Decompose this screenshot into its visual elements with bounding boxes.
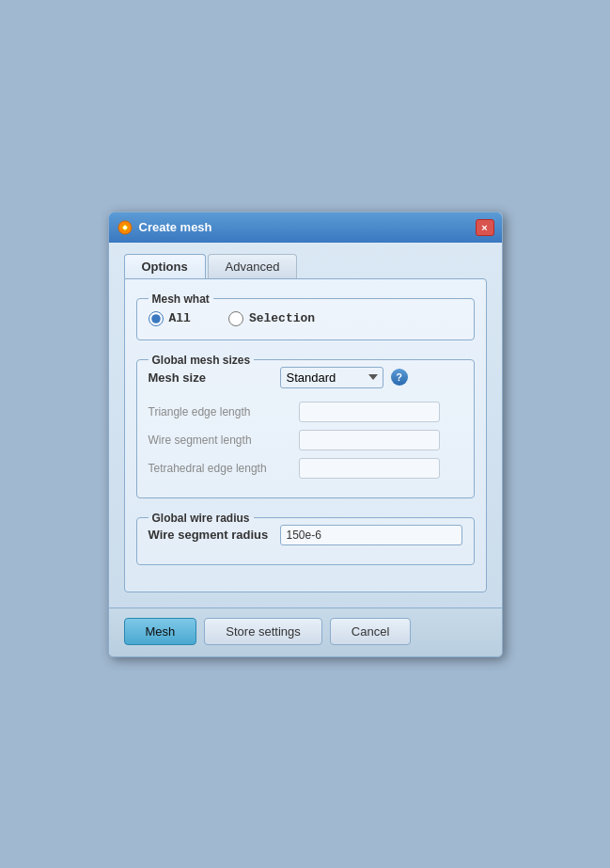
dialog-body: Options Advanced Mesh what All Selection (109, 243, 502, 608)
mesh-what-radio-row: All Selection (149, 306, 462, 328)
title-bar-left: Create mesh (117, 219, 212, 236)
global-wire-radius-fieldset: Global wire radius Wire segment radius (136, 512, 475, 565)
tab-content-options: Mesh what All Selection Global mesh size… (124, 278, 487, 592)
mesh-what-legend: Mesh what (149, 292, 213, 306)
mesh-size-label: Mesh size (149, 371, 280, 385)
store-settings-button[interactable]: Store settings (204, 618, 322, 645)
wire-segment-length-input[interactable] (299, 430, 440, 450)
wire-segment-radius-input[interactable] (280, 525, 462, 545)
mesh-button[interactable]: Mesh (124, 618, 197, 645)
mesh-size-select[interactable]: Standard Fine Coarse Custom (280, 367, 383, 388)
triangle-edge-length-row: Triangle edge length (149, 402, 462, 422)
triangle-edge-length-input[interactable] (299, 402, 440, 422)
mesh-size-row: Mesh size Standard Fine Coarse Custom ? (149, 367, 462, 388)
radio-selection[interactable]: Selection (228, 311, 315, 326)
radio-all-label: All (169, 311, 191, 325)
wire-segment-radius-row: Wire segment radius (149, 525, 462, 545)
button-row: Mesh Store settings Cancel (109, 608, 502, 656)
global-mesh-sizes-fieldset: Global mesh sizes Mesh size Standard Fin… (136, 354, 475, 498)
create-mesh-dialog: Create mesh × Options Advanced Mesh what… (108, 212, 503, 657)
tetrahedral-edge-length-label: Tetrahedral edge length (149, 462, 299, 475)
global-mesh-sizes-legend: Global mesh sizes (149, 354, 255, 367)
radio-all-input[interactable] (149, 311, 164, 326)
wire-segment-length-row: Wire segment length (149, 430, 462, 450)
svg-point-1 (123, 226, 127, 229)
title-bar: Create mesh × (109, 213, 502, 243)
mesh-size-controls: Standard Fine Coarse Custom ? (280, 367, 408, 388)
global-wire-radius-legend: Global wire radius (149, 512, 254, 525)
tab-options[interactable]: Options (124, 254, 206, 278)
tab-bar: Options Advanced (124, 254, 487, 278)
cancel-button[interactable]: Cancel (330, 618, 411, 645)
wire-segment-length-label: Wire segment length (149, 434, 299, 447)
tab-advanced[interactable]: Advanced (208, 254, 298, 278)
triangle-edge-length-label: Triangle edge length (149, 405, 299, 418)
wire-segment-radius-label: Wire segment radius (149, 528, 280, 542)
help-icon[interactable]: ? (391, 369, 408, 386)
radio-selection-label: Selection (249, 311, 315, 325)
app-icon (117, 219, 133, 236)
tetrahedral-edge-length-row: Tetrahedral edge length (149, 458, 462, 479)
radio-all[interactable]: All (149, 311, 191, 326)
mesh-what-fieldset: Mesh what All Selection (136, 292, 475, 340)
tetrahedral-edge-length-input[interactable] (299, 458, 440, 479)
dialog-title: Create mesh (139, 220, 212, 234)
radio-selection-input[interactable] (228, 311, 243, 326)
close-button[interactable]: × (476, 219, 494, 236)
